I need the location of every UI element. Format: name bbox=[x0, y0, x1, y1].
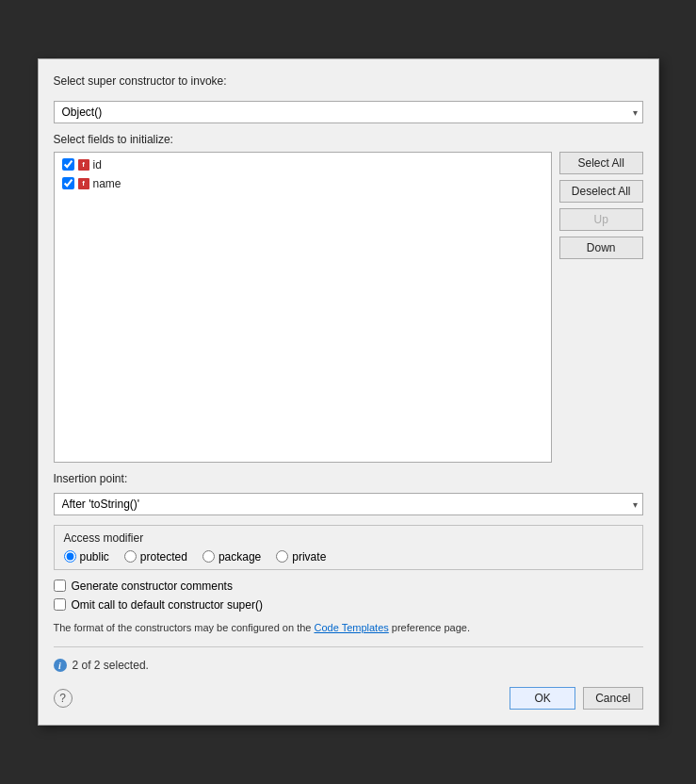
field-type-icon-id: f bbox=[78, 159, 89, 171]
field-checkbox-name[interactable] bbox=[62, 177, 74, 189]
super-constructor-label: Select super constructor to invoke: bbox=[54, 74, 643, 88]
fields-buttons: Select All Deselect All Up Down bbox=[559, 152, 643, 463]
fields-list: fidfname bbox=[54, 152, 552, 463]
cancel-button[interactable]: Cancel bbox=[583, 687, 642, 710]
super-constructor-select[interactable]: Object() bbox=[54, 101, 643, 123]
access-modifier-label: Access modifier bbox=[64, 531, 633, 545]
access-radio-input-package[interactable] bbox=[202, 550, 215, 563]
access-radio-protected[interactable]: protected bbox=[124, 550, 187, 564]
deselect-all-button[interactable]: Deselect All bbox=[559, 180, 643, 203]
insertion-section: Insertion point: After 'toString()' bbox=[54, 472, 643, 515]
access-radio-label-package: package bbox=[219, 550, 261, 564]
option-checkbox-0[interactable] bbox=[54, 580, 66, 592]
access-radio-label-protected: protected bbox=[140, 550, 187, 564]
field-name-id: id bbox=[93, 158, 102, 172]
info-text-after: preference page. bbox=[389, 622, 470, 633]
help-button[interactable]: ? bbox=[54, 689, 73, 708]
access-radio-input-public[interactable] bbox=[64, 550, 76, 563]
option-checkbox-1[interactable] bbox=[54, 598, 66, 611]
access-modifier-section: Access modifier publicprotectedpackagepr… bbox=[54, 525, 643, 570]
info-text-before: The format of the constructors may be co… bbox=[54, 622, 315, 633]
access-radio-package[interactable]: package bbox=[202, 550, 261, 564]
access-radio-label-private: private bbox=[292, 550, 326, 564]
field-item-id[interactable]: fid bbox=[58, 156, 547, 173]
footer-buttons: OK Cancel bbox=[510, 687, 642, 710]
field-item-name[interactable]: fname bbox=[58, 175, 547, 192]
info-icon: i bbox=[54, 659, 67, 672]
status-bar: i 2 of 2 selected. bbox=[54, 659, 643, 672]
fields-section: Select fields to initialize: fidfname Se… bbox=[54, 133, 643, 463]
insertion-point-select[interactable]: After 'toString()' bbox=[54, 493, 643, 515]
up-button[interactable]: Up bbox=[559, 208, 643, 231]
access-radio-private[interactable]: private bbox=[276, 550, 326, 564]
main-dialog: Select super constructor to invoke: Obje… bbox=[38, 58, 659, 726]
field-name-name: name bbox=[93, 177, 121, 190]
option-label-1[interactable]: Omit call to default constructor super() bbox=[54, 598, 643, 612]
field-checkbox-id[interactable] bbox=[62, 158, 74, 171]
divider bbox=[54, 646, 643, 647]
code-templates-link[interactable]: Code Templates bbox=[314, 622, 388, 633]
insertion-point-label: Insertion point: bbox=[54, 472, 643, 485]
access-radio-label-public: public bbox=[80, 550, 109, 564]
dialog-footer: ? OK Cancel bbox=[54, 687, 643, 710]
fields-label: Select fields to initialize: bbox=[54, 133, 643, 146]
status-text: 2 of 2 selected. bbox=[73, 659, 149, 672]
ok-button[interactable]: OK bbox=[510, 687, 575, 710]
down-button[interactable]: Down bbox=[559, 237, 643, 259]
option-label-0[interactable]: Generate constructor comments bbox=[54, 580, 643, 593]
access-radio-input-private[interactable] bbox=[276, 550, 288, 563]
access-radios: publicprotectedpackageprivate bbox=[64, 550, 633, 564]
options-section: Generate constructor commentsOmit call t… bbox=[54, 580, 643, 612]
info-text: The format of the constructors may be co… bbox=[54, 621, 643, 635]
field-type-icon-name: f bbox=[78, 178, 89, 189]
option-text-0: Generate constructor comments bbox=[72, 580, 233, 593]
access-radio-public[interactable]: public bbox=[64, 550, 109, 564]
select-all-button[interactable]: Select All bbox=[559, 152, 643, 174]
access-radio-input-protected[interactable] bbox=[124, 550, 137, 563]
option-text-1: Omit call to default constructor super() bbox=[72, 598, 263, 612]
